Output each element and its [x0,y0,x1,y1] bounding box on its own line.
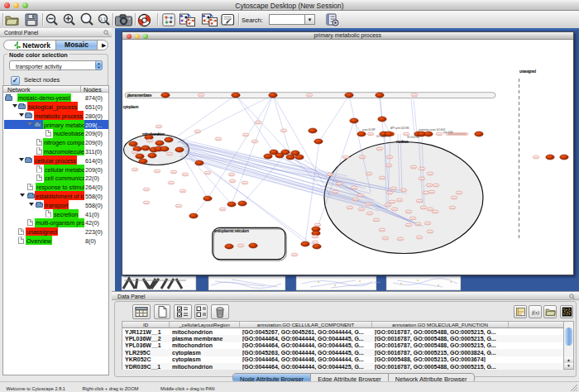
svg-text:unassigned: unassigned [519,69,536,74]
svg-text:GO:0015992: GO:0015992 [407,136,419,139]
svg-text:annot.GO-BP: annot.GO-BP [362,128,376,131]
svg-text:1:1: 1:1 [100,17,106,22]
svg-text:ATP synth 0015986: ATP synth 0015986 [390,127,409,130]
svg-text:annotation.curator GO:0044: annotation.curator GO:0044 [419,128,446,131]
svg-text:f(x): f(x) [531,309,538,316]
svg-text:GO:06810: GO:06810 [376,135,387,138]
svg-text:endoplasmic reticulum: endoplasmic reticulum [214,229,249,233]
svg-text:proc 0046: proc 0046 [443,131,453,134]
svg-text:plasma membrane: plasma membrane [127,93,152,98]
svg-text:cytoplasm: cytoplasm [123,105,139,109]
